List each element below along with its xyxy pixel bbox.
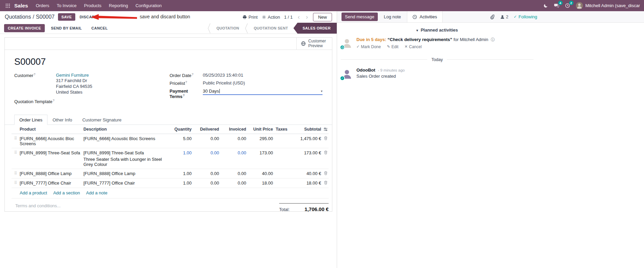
cell-description[interactable]: [FURN_8999] Three-Seat Sofa Three Seater… bbox=[83, 150, 171, 167]
header-description[interactable]: Description bbox=[83, 127, 171, 132]
header-delivered[interactable]: Delivered bbox=[192, 127, 219, 132]
moon-icon[interactable] bbox=[543, 3, 548, 8]
save-button[interactable]: SAVE bbox=[58, 13, 75, 21]
following-button[interactable]: ✓ Following bbox=[514, 14, 537, 19]
cell-unit-price[interactable]: 18.00 bbox=[246, 180, 273, 186]
header-unit-price[interactable]: Unit Price bbox=[246, 127, 273, 132]
info-icon[interactable]: ⓘ bbox=[491, 37, 495, 42]
table-row: ⠿ [FURN_8888] Office Lamp [FURN_8888] Of… bbox=[12, 169, 329, 178]
cell-description[interactable]: [FURN_8888] Office Lamp bbox=[83, 171, 171, 176]
tab-order-lines[interactable]: Order Lines bbox=[14, 115, 47, 125]
messages-icon[interactable]: 4 bbox=[554, 3, 559, 8]
cell-invoiced[interactable]: 0.00 bbox=[219, 136, 246, 141]
order-date-field[interactable]: 05/25/2023 15:40:01 bbox=[203, 73, 243, 78]
create-invoice-button[interactable]: CREATE INVOICE bbox=[4, 24, 45, 32]
delete-row-icon[interactable] bbox=[321, 171, 329, 175]
menu-products[interactable]: Products bbox=[80, 0, 105, 11]
state-quotation-sent[interactable]: QUOTATION SENT bbox=[248, 23, 293, 34]
activities-tab[interactable]: Activities bbox=[407, 11, 442, 22]
cell-delivered[interactable]: 0.00 bbox=[192, 136, 219, 141]
delete-row-icon[interactable] bbox=[321, 150, 329, 155]
pager-next-icon[interactable]: › bbox=[305, 14, 309, 20]
activity-due: Due in 5 days: bbox=[356, 37, 386, 42]
state-quotation[interactable]: QUOTATION bbox=[211, 23, 245, 34]
cell-unit-price[interactable]: 295.00 bbox=[246, 136, 273, 141]
cell-quantity[interactable]: 1.00 bbox=[171, 180, 192, 186]
cell-unit-price[interactable]: 40.00 bbox=[246, 171, 273, 176]
pager-previous-icon[interactable]: ‹ bbox=[297, 14, 301, 20]
drag-handle-icon[interactable]: ⠿ bbox=[12, 150, 20, 156]
attach-files-icon[interactable] bbox=[489, 14, 494, 19]
add-a-note-link[interactable]: Add a note bbox=[86, 190, 108, 195]
cell-quantity[interactable]: 1.00 bbox=[171, 171, 192, 176]
breadcrumb-quotations[interactable]: Quotations bbox=[5, 14, 31, 20]
menu-orders[interactable]: Orders bbox=[32, 0, 53, 11]
tab-customer-signature[interactable]: Customer Signature bbox=[77, 115, 127, 125]
app-name[interactable]: Sales bbox=[14, 3, 28, 9]
cell-product[interactable]: [FURN_8888] Office Lamp bbox=[20, 171, 83, 176]
add-a-product-link[interactable]: Add a product bbox=[20, 190, 47, 195]
terms-and-conditions-placeholder[interactable]: Terms and conditions... bbox=[15, 203, 61, 212]
drag-handle-icon[interactable]: ⠿ bbox=[12, 180, 20, 186]
header-subtotal[interactable]: Subtotal bbox=[297, 127, 321, 132]
menu-reporting[interactable]: Reporting bbox=[105, 0, 132, 11]
planned-activities-header[interactable]: ▾ Planned activities bbox=[341, 27, 533, 33]
cell-description[interactable]: [FURN_6666] Acoustic Bloc Screens bbox=[83, 136, 171, 141]
mark-done-button[interactable]: ✓Mark Done bbox=[356, 44, 381, 49]
state-sales-order[interactable]: SALES ORDER bbox=[293, 23, 337, 34]
payment-terms-input[interactable]: 30 Days ▾ bbox=[203, 89, 323, 95]
drag-handle-icon[interactable]: ⠿ bbox=[12, 136, 20, 141]
activities-clock-icon[interactable]: 2 bbox=[565, 3, 570, 8]
cell-product[interactable]: [FURN_8999] Three-Seat Sofa bbox=[20, 150, 83, 155]
cell-product[interactable]: [FURN_7777] Office Chair bbox=[20, 180, 83, 186]
edit-activity-button[interactable]: ✎Edit bbox=[387, 44, 398, 49]
header-quantity[interactable]: Quantity bbox=[171, 127, 192, 132]
menu-to-invoice[interactable]: To Invoice bbox=[53, 0, 80, 11]
menu-configuration[interactable]: Configuration bbox=[132, 0, 165, 11]
activity-assignee: for Mitchell Admin bbox=[453, 37, 488, 42]
delete-row-icon[interactable] bbox=[321, 180, 329, 185]
followers-button[interactable]: 2 bbox=[500, 14, 508, 19]
apps-grid-icon[interactable] bbox=[3, 3, 13, 8]
header-product[interactable]: Product bbox=[20, 127, 83, 132]
cell-product[interactable]: [FURN_6666] Acoustic Bloc Screens bbox=[20, 136, 83, 146]
dropdown-caret-icon[interactable]: ▾ bbox=[321, 89, 323, 93]
cell-invoiced[interactable]: 0.00 bbox=[219, 180, 246, 186]
cell-description[interactable]: [FURN_7777] Office Chair bbox=[83, 180, 171, 186]
customer-name-link[interactable]: Gemini Furniture bbox=[56, 73, 89, 78]
optional-columns-icon[interactable] bbox=[321, 127, 329, 132]
cell-delivered[interactable]: 0.00 bbox=[192, 150, 219, 155]
date-divider-label: Today bbox=[431, 57, 443, 62]
drag-handle-icon[interactable]: ⠿ bbox=[12, 171, 20, 176]
tab-other-info[interactable]: Other Info bbox=[47, 115, 77, 125]
help-icon: ? bbox=[186, 80, 187, 84]
action-button[interactable]: Action bbox=[262, 15, 280, 20]
address-line: Fairfield CA 94535 bbox=[56, 83, 92, 89]
header-taxes[interactable]: Taxes bbox=[273, 127, 297, 132]
log-note-button[interactable]: Log note bbox=[380, 13, 405, 21]
header-invoiced[interactable]: Invoiced bbox=[219, 127, 246, 132]
payment-terms-label: Payment Terms? bbox=[170, 89, 203, 99]
customer-preview-button[interactable]: Customer Preview bbox=[296, 38, 332, 50]
user-menu[interactable]: Mitchell Admin (save_discar bbox=[576, 2, 640, 9]
print-button[interactable]: Print bbox=[242, 15, 258, 20]
cancel-button[interactable]: CANCEL bbox=[88, 24, 111, 32]
order-lines-table: Product Description Quantity Delivered I… bbox=[5, 125, 332, 212]
new-button[interactable]: New bbox=[313, 13, 332, 21]
delete-row-icon[interactable] bbox=[321, 136, 329, 140]
messages-badge: 4 bbox=[558, 1, 563, 5]
send-message-button[interactable]: Send message bbox=[341, 13, 378, 21]
pricelist-field[interactable]: Public Pricelist (USD) bbox=[203, 80, 245, 85]
message-author[interactable]: OdooBot bbox=[356, 68, 375, 73]
cell-delivered[interactable]: 0.00 bbox=[192, 171, 219, 176]
cell-invoiced[interactable]: 0.00 bbox=[219, 171, 246, 176]
send-by-email-button[interactable]: SEND BY EMAIL bbox=[47, 24, 85, 32]
add-a-section-link[interactable]: Add a section bbox=[53, 190, 80, 195]
cell-unit-price[interactable]: 173.00 bbox=[246, 150, 273, 155]
cancel-activity-button[interactable]: ✕Cancel bbox=[405, 44, 422, 49]
cell-delivered[interactable]: 0.00 bbox=[192, 180, 219, 186]
cell-quantity[interactable]: 1.00 bbox=[171, 150, 192, 155]
discard-button[interactable]: DISCARD bbox=[77, 13, 101, 21]
cell-quantity[interactable]: 5.00 bbox=[171, 136, 192, 141]
cell-invoiced[interactable]: 0.00 bbox=[219, 150, 246, 155]
